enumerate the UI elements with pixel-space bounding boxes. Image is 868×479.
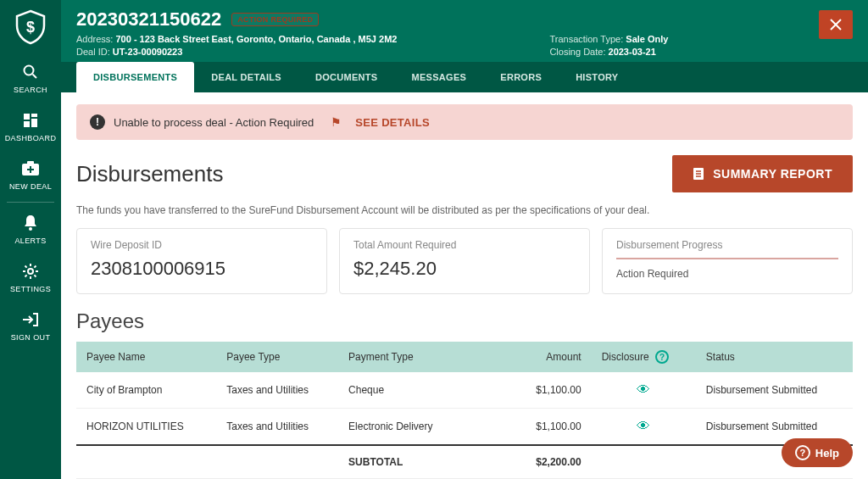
cell-payee-type: Taxes and Utilities: [216, 409, 338, 446]
alert-icon: !: [90, 114, 105, 130]
col-disclosure: Disclosure ?: [592, 342, 696, 372]
document-icon: [693, 167, 704, 181]
svg-text:$: $: [26, 19, 35, 36]
deal-header: 20230321150622 ACTION REQUIRED Address: …: [61, 0, 868, 62]
cell-payee-type: Taxes and Utilities: [216, 372, 338, 409]
subtotal-label: SUBTOTAL: [338, 445, 513, 479]
tab-disbursements[interactable]: DISBURSEMENTS: [76, 62, 194, 92]
col-payment-type: Payment Type: [338, 342, 513, 372]
tab-documents[interactable]: DOCUMENTS: [298, 62, 395, 92]
see-details-link[interactable]: SEE DETAILS: [355, 116, 430, 129]
sidebar-item-label: NEW DEAL: [9, 182, 52, 191]
svg-rect-5: [31, 119, 37, 127]
close-button[interactable]: [819, 10, 853, 39]
sidebar-separator: [7, 202, 54, 203]
total-amount-label: Total Amount Required: [353, 239, 576, 251]
sidebar-item-search[interactable]: SEARCH: [0, 54, 61, 103]
wire-deposit-value: 2308100006915: [91, 258, 313, 280]
total-amount-card: Total Amount Required $2,245.20: [339, 228, 590, 294]
bell-icon: [21, 214, 40, 232]
progress-label: Disbursement Progress: [616, 239, 838, 251]
sidebar-item-new-deal[interactable]: NEW DEAL: [0, 151, 61, 199]
deal-id-value: UT-23-00090223: [113, 47, 183, 57]
action-required-badge: ACTION REQUIRED: [231, 13, 319, 26]
eye-icon[interactable]: 👁: [637, 419, 650, 433]
help-label: Help: [815, 447, 839, 460]
closing-date-value: 2023-03-21: [609, 47, 656, 57]
section-subtext: The funds you have transferred to the Su…: [76, 204, 853, 216]
col-payee-name: Payee Name: [76, 342, 216, 372]
wire-deposit-card: Wire Deposit ID 2308100006915: [76, 228, 327, 294]
sidebar-item-label: ALERTS: [14, 237, 46, 245]
close-icon: [830, 19, 842, 31]
table-row[interactable]: HORIZON UTILITIES Taxes and Utilities El…: [76, 409, 853, 446]
txn-type-value: Sale Only: [626, 34, 668, 44]
tab-errors[interactable]: ERRORS: [483, 62, 559, 92]
flag-icon: ⚑: [331, 115, 342, 129]
summary-report-button[interactable]: SUMMARY REPORT: [672, 155, 853, 192]
dashboard-icon: [21, 111, 40, 130]
help-icon: ?: [795, 445, 810, 460]
sidebar-item-dashboard[interactable]: DASHBOARD: [0, 103, 61, 151]
sidebar-item-settings[interactable]: SETTINGS: [0, 253, 61, 302]
gear-icon: [21, 262, 40, 281]
sidebar: $ SEARCH DASHBOARD NEW DEAL ALERTS SETTI…: [0, 0, 61, 479]
tabs-bar: DISBURSEMENTS DEAL DETAILS DOCUMENTS MES…: [61, 62, 868, 92]
cell-payment-type: Electronic Delivery: [338, 409, 513, 446]
svg-point-11: [29, 227, 32, 231]
payees-title: Payees: [76, 309, 853, 333]
svg-line-2: [33, 75, 37, 79]
col-payee-type: Payee Type: [216, 342, 338, 372]
tab-deal-details[interactable]: DEAL DETAILS: [194, 62, 298, 92]
search-icon: [21, 63, 40, 81]
cell-payee-name: HORIZON UTILITIES: [76, 409, 216, 446]
payees-table: Payee Name Payee Type Payment Type Amoun…: [76, 342, 853, 479]
svg-rect-8: [27, 161, 34, 164]
progress-text: Action Required: [616, 268, 838, 280]
eye-icon[interactable]: 👁: [637, 382, 650, 397]
cell-amount: $1,100.00: [513, 372, 591, 409]
cell-payment-type: Cheque: [338, 372, 513, 409]
tab-messages[interactable]: MESSAGES: [395, 62, 484, 92]
page-title: Disbursements: [76, 161, 223, 187]
progress-bar: [616, 258, 838, 259]
total-amount-value: $2,245.20: [353, 258, 576, 280]
deal-id-label: Deal ID:: [76, 47, 113, 57]
col-amount: Amount: [513, 342, 591, 372]
address-value: 700 - 123 Back Street East, Goronto, Ont…: [115, 34, 397, 44]
sidebar-item-label: SETTINGS: [10, 285, 51, 293]
cell-amount: $1,100.00: [513, 409, 591, 446]
subtotal-value: $2,200.00: [513, 445, 591, 479]
address-label: Address:: [76, 34, 115, 44]
deal-number: 20230321150622: [76, 8, 221, 31]
sidebar-item-sign-out[interactable]: SIGN OUT: [0, 302, 61, 350]
app-logo-icon: $: [12, 8, 49, 46]
col-disclosure-label: Disclosure: [602, 351, 649, 363]
new-deal-icon: [21, 159, 40, 178]
svg-rect-6: [24, 121, 30, 127]
subtotal-row: SUBTOTAL $2,200.00: [76, 445, 853, 479]
alert-banner: ! Unable to process deal - Action Requir…: [76, 104, 853, 140]
sidebar-item-alerts[interactable]: ALERTS: [0, 205, 61, 253]
alert-text: Unable to process deal - Action Required: [114, 116, 314, 129]
cell-status: Disbursement Submitted: [696, 372, 853, 409]
svg-rect-3: [24, 114, 30, 120]
sidebar-item-label: SIGN OUT: [11, 333, 51, 342]
closing-date-label: Closing Date:: [549, 47, 608, 57]
sign-out-icon: [21, 310, 40, 329]
tab-history[interactable]: HISTORY: [559, 62, 635, 92]
sidebar-item-label: SEARCH: [14, 86, 47, 94]
svg-rect-4: [31, 114, 37, 117]
svg-point-12: [28, 269, 33, 274]
progress-card: Disbursement Progress Action Required: [602, 228, 853, 294]
help-button[interactable]: ? Help: [782, 438, 853, 467]
wire-deposit-label: Wire Deposit ID: [91, 239, 313, 251]
table-row[interactable]: City of Brampton Taxes and Utilities Che…: [76, 372, 853, 409]
sidebar-item-label: DASHBOARD: [5, 134, 57, 142]
cell-payee-name: City of Brampton: [76, 372, 216, 409]
summary-report-label: SUMMARY REPORT: [713, 167, 832, 181]
help-circle-icon[interactable]: ?: [655, 350, 669, 364]
txn-type-label: Transaction Type:: [549, 34, 626, 44]
svg-point-1: [25, 66, 34, 75]
col-status: Status: [696, 342, 853, 372]
